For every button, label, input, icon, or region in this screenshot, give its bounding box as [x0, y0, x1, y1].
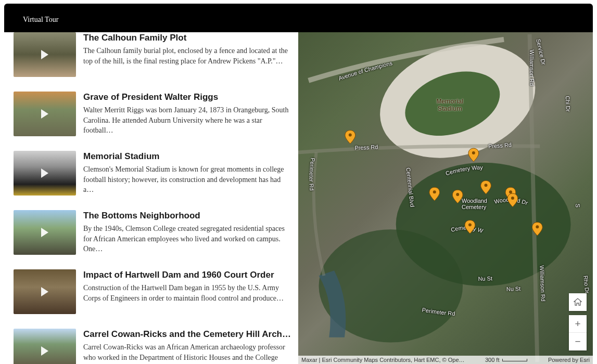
play-icon [41, 287, 48, 296]
map-pin[interactable] [468, 148, 479, 162]
tour-item[interactable]: Carrel Cowan-Ricks and the Cemetery Hill… [14, 329, 291, 364]
road-press-1: Press Rd [354, 144, 378, 151]
tour-desc: Walter Merritt Riggs was born January 24… [83, 105, 291, 136]
content-area: The Calhoun Family PlotThe Calhoun famil… [4, 32, 593, 364]
map-pin[interactable] [345, 131, 355, 144]
svg-text:Service Dr: Service Dr [535, 38, 547, 66]
minus-icon: − [575, 336, 580, 347]
map-pane[interactable]: Avenue of Champions Press Rd Press Rd Ce… [298, 32, 593, 364]
tour-item[interactable]: Grave of President Walter RiggsWalter Me… [14, 92, 291, 151]
svg-text:Press Rd: Press Rd [354, 144, 378, 151]
tour-item[interactable]: The Calhoun Family PlotThe Calhoun famil… [14, 32, 291, 92]
svg-point-21 [485, 184, 488, 187]
tour-title: Carrel Cowan-Ricks and the Cemetery Hill… [83, 329, 291, 340]
map-controls: + − [569, 293, 587, 350]
scale-line-icon [502, 359, 527, 361]
tour-title: Grave of President Walter Riggs [83, 92, 291, 102]
road-nu-st-2: Nu St [506, 285, 521, 292]
svg-text:Rho Dr: Rho Dr [582, 275, 590, 294]
home-icon [574, 298, 582, 306]
play-icon [41, 109, 48, 119]
plus-icon: + [575, 318, 580, 330]
header-bar: Virtual Tour [4, 4, 593, 36]
tour-title: Memorial Stadium [83, 151, 291, 162]
svg-text:Nu St: Nu St [478, 275, 492, 282]
scale-bar: 300 ft [485, 357, 528, 363]
tour-thumbnail[interactable] [14, 329, 76, 364]
svg-point-20 [456, 193, 459, 196]
tour-body: Memorial StadiumClemson's Memorial Stadi… [83, 151, 291, 196]
tour-body: The Bottoms NeighborhoodBy the 1940s, Cl… [83, 210, 291, 255]
play-icon [41, 346, 48, 356]
tour-title: The Calhoun Family Plot [83, 32, 291, 43]
tour-thumbnail[interactable] [14, 32, 76, 77]
road-williamson-1: Williamson Rd [529, 50, 535, 86]
tour-item[interactable]: The Bottoms NeighborhoodBy the 1940s, Cl… [14, 210, 291, 269]
attribution-text: Maxar | Esri Community Maps Contributors… [301, 357, 465, 363]
tour-sidebar[interactable]: The Calhoun Family PlotThe Calhoun famil… [4, 32, 298, 364]
svg-point-23 [511, 197, 514, 200]
map-zoom-out-button[interactable]: − [569, 333, 587, 350]
svg-point-22 [509, 190, 512, 193]
svg-point-19 [433, 190, 436, 193]
cemetery-label-2: Cemetery [462, 204, 487, 210]
tour-desc: Carrel Cowan-Ricks was an African Americ… [83, 342, 291, 364]
stadium-label-1: Memorial [436, 98, 463, 105]
scale-text: 300 ft [485, 357, 500, 363]
tour-body: Grave of President Walter RiggsWalter Me… [83, 92, 291, 136]
road-service-dr: Service Dr [535, 38, 547, 66]
tour-desc: The Calhoun family burial plot, enclosed… [83, 46, 291, 66]
svg-text:Chi Dr: Chi Dr [565, 96, 571, 112]
tour-body: Impact of Hartwell Dam and 1960 Court Or… [83, 269, 291, 314]
map-home-button[interactable] [569, 293, 587, 311]
road-chi-dr: Chi Dr [565, 96, 571, 112]
tour-title: The Bottoms Neighborhood [83, 210, 291, 221]
powered-by-text[interactable]: Powered by Esri [548, 357, 590, 363]
play-icon [41, 50, 48, 59]
svg-point-25 [536, 225, 539, 228]
svg-text:S: S [575, 204, 581, 207]
svg-point-18 [472, 151, 475, 154]
tour-desc: Construction of the Hartwell Dam began i… [83, 283, 291, 303]
stadium-label-2: Stadium [438, 105, 462, 112]
road-rho-dr: Rho Dr [582, 275, 590, 294]
tour-body: The Calhoun Family PlotThe Calhoun famil… [83, 32, 291, 77]
road-nu-st-1: Nu St [478, 275, 492, 282]
cemetery-label-1: Woodland [462, 198, 487, 204]
play-icon [41, 228, 48, 237]
svg-text:Williamson Rd: Williamson Rd [539, 265, 547, 302]
map-attribution-bar: Maxar | Esri Community Maps Contributors… [298, 356, 593, 364]
tour-thumbnail[interactable] [14, 269, 76, 314]
app-title: Virtual Tour [23, 16, 58, 24]
tour-desc: By the 1940s, Clemson College created se… [83, 224, 291, 254]
tour-body: Carrel Cowan-Ricks and the Cemetery Hill… [83, 329, 291, 364]
tour-desc: Clemson's Memorial Stadium is known for … [83, 164, 291, 195]
svg-text:Nu St: Nu St [506, 285, 521, 292]
tour-thumbnail[interactable] [14, 151, 76, 196]
svg-point-17 [349, 134, 352, 137]
tour-item[interactable]: Impact of Hartwell Dam and 1960 Court Or… [14, 269, 291, 329]
road-s: S [575, 204, 581, 207]
tour-thumbnail[interactable] [14, 92, 76, 136]
tour-thumbnail[interactable] [14, 210, 76, 255]
svg-point-24 [468, 223, 472, 226]
map-zoom-in-button[interactable]: + [569, 315, 587, 333]
road-williamson-2: Williamson Rd [539, 265, 547, 302]
tour-title: Impact of Hartwell Dam and 1960 Court Or… [83, 269, 291, 280]
tour-item[interactable]: Memorial StadiumClemson's Memorial Stadi… [14, 151, 291, 210]
play-icon [41, 168, 48, 178]
svg-text:Williamson Rd: Williamson Rd [529, 50, 535, 86]
map-canvas[interactable]: Avenue of Champions Press Rd Press Rd Ce… [298, 32, 593, 364]
